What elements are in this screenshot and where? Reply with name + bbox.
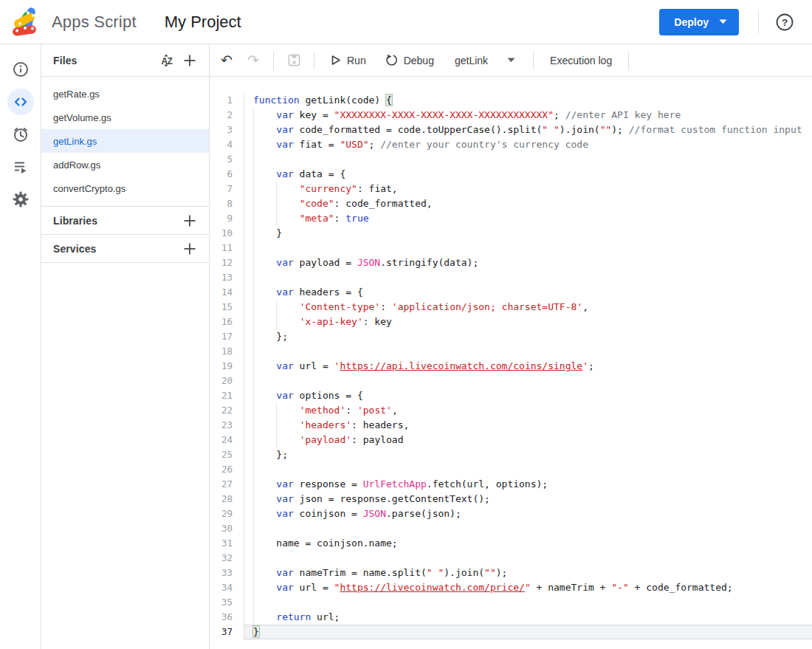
run-button[interactable]: Run (322, 49, 375, 72)
files-panel-header: Files A Z (41, 44, 209, 77)
code-line-content: 'x-api-key': key (244, 315, 812, 329)
function-selector-dropdown[interactable]: getLink (444, 49, 526, 72)
code-line-content: name = coinjson.name; (244, 536, 812, 551)
file-item[interactable]: getRate.gs (41, 82, 209, 106)
indent-guide (253, 196, 254, 211)
code-line[interactable]: 27 var response = UrlFetchApp.fetch(url,… (210, 477, 812, 492)
code-line[interactable]: 1function getLink(code) { (210, 93, 812, 108)
add-service-button[interactable] (178, 237, 202, 261)
code-line[interactable]: 26 (210, 462, 812, 477)
indent-guide (253, 123, 254, 137)
indent-guide (253, 403, 254, 418)
code-line[interactable]: 30 (210, 521, 812, 536)
indent-guide (276, 211, 277, 226)
add-library-button[interactable] (178, 209, 202, 233)
indent-guide (253, 152, 254, 167)
code-line[interactable]: 19 var url = 'https://api.livecoinwatch.… (210, 359, 812, 374)
file-list: getRate.gsgetVolume.gsgetLink.gsaddRow.g… (41, 77, 209, 207)
code-line[interactable]: 25 }; (210, 447, 812, 462)
code-line[interactable]: 22 'method': 'post', (210, 403, 812, 418)
undo-button[interactable]: ↶ (214, 48, 239, 73)
header-divider (758, 11, 759, 33)
toolbar-divider (533, 52, 534, 69)
code-line[interactable]: 10 } (210, 226, 812, 241)
code-line-content (244, 241, 812, 255)
code-line-content: "currency": fiat, (244, 182, 812, 196)
line-number: 23 (210, 418, 244, 433)
code-line[interactable]: 5 (210, 152, 812, 167)
code-line-content: var json = response.getContentText(); (244, 492, 812, 507)
code-line[interactable]: 16 'x-api-key': key (210, 315, 812, 329)
code-line[interactable]: 6 var data = { (210, 167, 812, 182)
debug-button[interactable]: Debug (376, 49, 443, 72)
code-line[interactable]: 31 name = coinjson.name; (210, 536, 812, 551)
libraries-title: Libraries (53, 215, 97, 227)
code-line-content (244, 521, 812, 536)
code-line[interactable]: 13 (210, 270, 812, 285)
indent-guide (253, 388, 254, 403)
code-line[interactable]: 34 var url = "https://livecoinwatch.com/… (210, 580, 812, 595)
code-line[interactable]: 24 'payload': payload (210, 433, 812, 447)
editor-code-icon[interactable] (7, 89, 34, 115)
line-number: 19 (210, 359, 244, 374)
indent-guide (253, 108, 254, 123)
triggers-clock-icon[interactable] (7, 121, 34, 148)
libraries-section: Libraries (41, 207, 209, 235)
code-line[interactable]: 3 var code_formatted = code.toUpperCase(… (210, 123, 812, 137)
indent-guide (276, 300, 277, 315)
file-item[interactable]: addRow.gs (41, 153, 209, 176)
overview-icon[interactable] (7, 56, 34, 83)
code-line[interactable]: 23 'headers': headers, (210, 418, 812, 433)
code-line[interactable]: 20 (210, 374, 812, 388)
file-item[interactable]: convertCrypto.gs (41, 176, 209, 200)
code-line[interactable]: 2 var key = "XXXXXXXX-XXXX-XXXX-XXXX-XXX… (210, 108, 812, 123)
code-line[interactable]: 32 (210, 551, 812, 566)
code-line[interactable]: 29 var coinjson = JSON.parse(json); (210, 507, 812, 521)
file-item[interactable]: getVolume.gs (41, 106, 209, 129)
code-line[interactable]: 7 "currency": fiat, (210, 182, 812, 196)
save-button[interactable] (281, 48, 306, 73)
code-line[interactable]: 8 "code": code_formatted, (210, 196, 812, 211)
executions-list-icon[interactable] (7, 154, 34, 180)
add-file-button[interactable] (178, 49, 202, 72)
toolbar-divider (628, 52, 629, 69)
line-number: 17 (210, 329, 244, 344)
settings-gear-icon[interactable] (7, 186, 34, 213)
code-line[interactable]: 14 var headers = { (210, 285, 812, 300)
help-button[interactable]: ? (775, 13, 794, 32)
indent-guide (253, 255, 254, 270)
line-number: 3 (210, 123, 244, 137)
code-line[interactable]: 4 var fiat = "USD"; //enter your country… (210, 137, 812, 152)
code-line[interactable]: 21 var options = { (210, 388, 812, 403)
code-line[interactable]: 35 (210, 595, 812, 610)
indent-guide (253, 536, 254, 551)
indent-guide (253, 226, 254, 241)
execution-log-button[interactable]: Execution log (541, 49, 621, 72)
code-line[interactable]: 33 var nameTrim = name.split(" ").join("… (210, 566, 812, 580)
code-editor[interactable]: 1function getLink(code) {2 var key = "XX… (210, 77, 812, 649)
code-line[interactable]: 17 }; (210, 329, 812, 344)
code-line[interactable]: 28 var json = response.getContentText(); (210, 492, 812, 507)
file-item[interactable]: getLink.gs (41, 129, 209, 153)
redo-button[interactable]: ↷ (241, 48, 266, 73)
undo-icon: ↶ (221, 53, 233, 67)
execution-log-label: Execution log (550, 55, 612, 66)
line-number: 16 (210, 315, 244, 329)
code-line[interactable]: 15 'Content-type': 'application/json; ch… (210, 300, 812, 315)
code-line[interactable]: 36 return url; (210, 610, 812, 625)
indent-guide (253, 551, 254, 566)
code-line-content: "code": code_formatted, (244, 196, 812, 211)
code-line[interactable]: 11 (210, 241, 812, 255)
line-number: 36 (210, 610, 244, 625)
toolbar-divider (314, 52, 314, 69)
code-line[interactable]: 37} (210, 625, 812, 639)
code-line[interactable]: 9 "meta": true (210, 211, 812, 226)
code-line[interactable]: 12 var payload = JSON.stringify(data); (210, 255, 812, 270)
sort-az-icon[interactable]: A Z (154, 49, 178, 72)
code-line[interactable]: 18 (210, 344, 812, 359)
project-title[interactable]: My Project (165, 13, 241, 32)
code-line-content: var response = UrlFetchApp.fetch(url, op… (244, 477, 812, 492)
line-number: 13 (210, 270, 244, 285)
deploy-button[interactable]: Deploy (659, 9, 739, 35)
indent-guide (253, 374, 254, 388)
